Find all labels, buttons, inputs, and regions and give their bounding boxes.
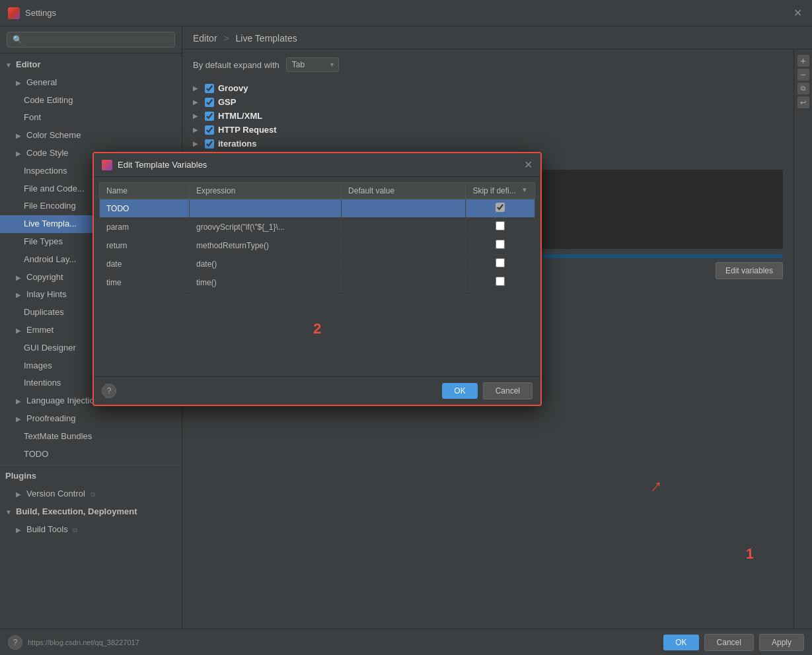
cell-default-todo[interactable] [342, 199, 466, 218]
edit-template-variables-dialog: Edit Template Variables ✕ Name Expressio… [92, 152, 542, 406]
cell-expr-param[interactable]: groovyScript("if(\"${_1}\... [189, 218, 341, 236]
col-header-default-value: Default value [342, 183, 466, 199]
table-row-param[interactable]: param groovyScript("if(\"${_1}\... [100, 218, 535, 236]
skip-checkbox-date[interactable] [496, 258, 505, 267]
skip-checkbox-return[interactable] [496, 240, 505, 249]
skip-checkbox-todo[interactable] [496, 203, 505, 212]
cell-name-todo: TODO [100, 199, 190, 218]
dialog-ok-button[interactable]: OK [442, 383, 477, 399]
vars-table: Name Expression Default value Skip if de… [99, 182, 535, 292]
dialog-table-wrap: Name Expression Default value Skip if de… [94, 177, 540, 297]
cell-skip-todo [466, 199, 535, 218]
cell-expr-todo[interactable] [189, 199, 341, 218]
dialog-help-button[interactable]: ? [102, 384, 116, 398]
cell-skip-param [466, 218, 535, 236]
dialog-cancel-button[interactable]: Cancel [483, 382, 533, 399]
cell-default-date[interactable] [342, 255, 466, 273]
cell-name-return: return [100, 236, 190, 255]
cell-name-date: date [100, 255, 190, 273]
dialog-title-bar: Edit Template Variables ✕ [94, 153, 540, 177]
dialog-actions: ? OK Cancel [94, 376, 540, 405]
cell-skip-date [466, 255, 535, 273]
cell-skip-return [466, 236, 535, 255]
cell-default-time[interactable] [342, 273, 466, 292]
cell-default-param[interactable] [342, 218, 466, 236]
table-row-date[interactable]: date date() [100, 255, 535, 273]
annotation-2: 2 [313, 320, 321, 337]
col-header-skip: Skip if defi... ▼ [466, 183, 535, 199]
cell-expr-time[interactable]: time() [189, 273, 341, 292]
dialog-spacer: 2 [94, 297, 540, 376]
skip-checkbox-param[interactable] [496, 221, 505, 230]
dialog-overlay: Edit Template Variables ✕ Name Expressio… [0, 0, 812, 655]
col-header-name: Name [100, 183, 190, 199]
cell-default-return[interactable] [342, 236, 466, 255]
cell-expr-return[interactable]: methodReturnType() [189, 236, 341, 255]
dialog-close-button[interactable]: ✕ [524, 158, 533, 171]
table-row-time[interactable]: time time() [100, 273, 535, 292]
cell-expr-date[interactable]: date() [189, 255, 341, 273]
cell-skip-time [466, 273, 535, 292]
dialog-title: Edit Template Variables [118, 160, 519, 170]
settings-window: Settings ✕ ▼Editor ▶General Code Editing… [0, 0, 812, 655]
cell-name-param: param [100, 218, 190, 236]
col-header-expression: Expression [189, 183, 341, 199]
dialog-icon [102, 160, 112, 170]
table-row-return[interactable]: return methodReturnType() [100, 236, 535, 255]
cell-name-time: time [100, 273, 190, 292]
table-row-todo[interactable]: TODO [100, 199, 535, 218]
table-header-row: Name Expression Default value Skip if de… [100, 183, 535, 199]
skip-checkbox-time[interactable] [496, 277, 505, 286]
